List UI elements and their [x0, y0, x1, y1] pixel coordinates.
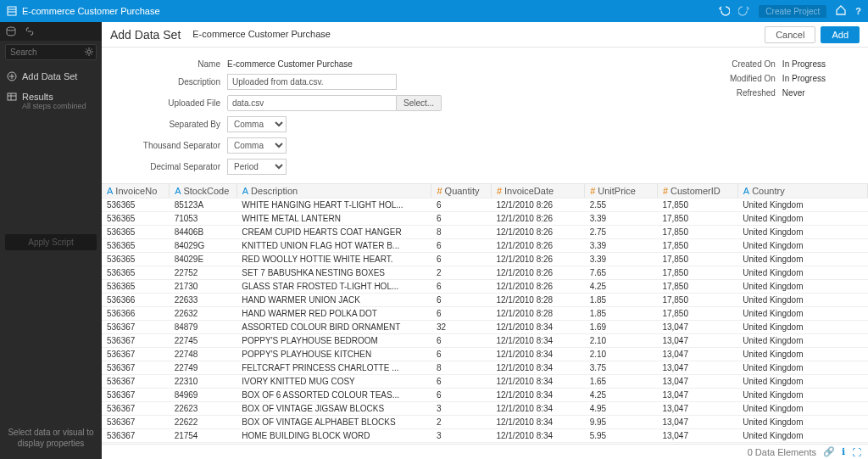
link-panel-icon[interactable]: [24, 25, 36, 37]
table-row[interactable]: 53636784969BOX OF 6 ASSORTED COLOUR TEAS…: [102, 389, 868, 402]
modified-value: In Progress: [782, 74, 826, 83]
table-cell: 536365: [102, 266, 170, 280]
table-row[interactable]: 53636722745POPPY'S PLAYHOUSE BEDROOM612/…: [102, 334, 868, 348]
sidebar-item-results[interactable]: Results All steps combined: [0, 87, 102, 115]
table-cell: United Kingdom: [737, 375, 867, 389]
file-input[interactable]: [227, 95, 397, 111]
description-input[interactable]: [227, 74, 397, 90]
svg-rect-0: [8, 7, 16, 15]
table-cell: 1.65: [585, 375, 658, 389]
decimal-select[interactable]: Period: [227, 159, 287, 175]
column-header[interactable]: #InvoiceDate: [491, 184, 584, 199]
sidebar-item-label: Add Data Set: [22, 71, 77, 81]
home-icon[interactable]: [835, 4, 847, 18]
table-cell: 84029G: [170, 239, 237, 253]
table-cell: 3: [431, 402, 491, 416]
column-header[interactable]: AInvoiceNo: [102, 184, 170, 199]
table-cell: 6: [431, 239, 491, 253]
table-cell: BOX OF VINTAGE JIGSAW BLOCKS: [236, 402, 431, 416]
table-row[interactable]: 53636571053WHITE METAL LANTERN612/1/2010…: [102, 212, 868, 226]
table-cell: 13,047: [657, 416, 737, 429]
table-row[interactable]: 53636722622BOX OF VINTAGE ALPHABET BLOCK…: [102, 416, 868, 429]
table-cell: 22749: [170, 361, 237, 375]
table-cell: 536367: [102, 375, 170, 389]
table-cell: 536367: [102, 429, 170, 443]
table-cell: CREAM CUPID HEARTS COAT HANGER: [236, 226, 431, 239]
help-icon[interactable]: ?: [855, 6, 861, 16]
table-cell: United Kingdom: [737, 389, 867, 402]
table-row[interactable]: 53636722623BOX OF VINTAGE JIGSAW BLOCKS3…: [102, 402, 868, 416]
column-header[interactable]: #CustomerID: [657, 184, 737, 199]
table-cell: 536367: [102, 348, 170, 361]
table-row[interactable]: 53636521730GLASS STAR FROSTED T-LIGHT HO…: [102, 280, 868, 294]
table-cell: 2.10: [585, 348, 658, 361]
table-cell: 6: [431, 199, 491, 212]
table-cell: 22745: [170, 334, 237, 348]
column-header[interactable]: #Quantity: [431, 184, 491, 199]
table-cell: 21730: [170, 280, 237, 294]
table-cell: 12/1/2010 8:34: [491, 402, 584, 416]
expand-icon[interactable]: ⛶: [852, 447, 861, 457]
table-cell: 22752: [170, 266, 237, 280]
table-cell: 17,850: [657, 266, 737, 280]
thousand-select[interactable]: Comma: [227, 137, 287, 154]
separator-label: Separated By: [110, 120, 220, 129]
table-cell: 6: [431, 212, 491, 226]
table-cell: 17,850: [657, 226, 737, 239]
table-cell: 3: [431, 429, 491, 443]
redo-icon[interactable]: [738, 4, 750, 18]
table-row[interactable]: 53636722310IVORY KNITTED MUG COSY612/1/2…: [102, 375, 868, 389]
table-row[interactable]: 53636721754HOME BUILDING BLOCK WORD312/1…: [102, 429, 868, 443]
cancel-button[interactable]: Cancel: [765, 26, 815, 43]
table-row[interactable]: 53636722749FELTCRAFT PRINCESS CHARLOTTE …: [102, 361, 868, 375]
table-cell: United Kingdom: [737, 239, 867, 253]
table-row[interactable]: 53636622632HAND WARMER RED POLKA DOT612/…: [102, 307, 868, 321]
column-header[interactable]: ACountry: [737, 184, 867, 199]
undo-icon[interactable]: [718, 4, 730, 18]
table-row[interactable]: 53636584029GKNITTED UNION FLAG HOT WATER…: [102, 239, 868, 253]
table-cell: 536365: [102, 212, 170, 226]
column-header[interactable]: #UnitPrice: [585, 184, 658, 199]
data-grid[interactable]: AInvoiceNoAStockCodeADescription#Quantit…: [102, 183, 868, 444]
svg-point-3: [7, 27, 15, 31]
table-cell: 13,047: [657, 429, 737, 443]
table-cell: ASSORTED COLOUR BIRD ORNAMENT: [236, 321, 431, 334]
page-header: Add Data Set Cancel Add: [102, 22, 868, 48]
gear-icon[interactable]: [85, 48, 93, 58]
sidebar-item-add-data[interactable]: Add Data Set: [0, 67, 102, 87]
dataset-name-input[interactable]: [191, 26, 615, 42]
info-icon[interactable]: ℹ: [842, 446, 845, 457]
page-icon: [7, 6, 17, 16]
table-cell: 13,047: [657, 389, 737, 402]
table-cell: 17,850: [657, 307, 737, 321]
table-cell: United Kingdom: [737, 348, 867, 361]
table-cell: HAND WARMER UNION JACK: [236, 294, 431, 307]
file-select-button[interactable]: Select...: [397, 95, 442, 111]
table-row[interactable]: 53636584406BCREAM CUPID HEARTS COAT HANG…: [102, 226, 868, 239]
table-cell: HOME BUILDING BLOCK WORD: [236, 429, 431, 443]
table-cell: 6: [431, 280, 491, 294]
column-header[interactable]: AStockCode: [170, 184, 237, 199]
data-elements-count: 0 Data Elements: [748, 447, 816, 457]
table-row[interactable]: 53636522752SET 7 BABUSHKA NESTING BOXES2…: [102, 266, 868, 280]
results-icon: [7, 92, 17, 104]
table-row[interactable]: 53636585123AWHITE HANGING HEART T-LIGHT …: [102, 199, 868, 212]
add-button[interactable]: Add: [821, 26, 860, 43]
table-cell: 5.95: [585, 429, 658, 443]
thousand-label: Thousand Separator: [110, 141, 220, 150]
table-row[interactable]: 53636584029ERED WOOLLY HOTTIE WHITE HEAR…: [102, 253, 868, 266]
data-panel-icon[interactable]: [5, 25, 17, 37]
created-label: Created On: [708, 59, 776, 69]
table-row[interactable]: 53636722748POPPY'S PLAYHOUSE KITCHEN612/…: [102, 348, 868, 361]
separator-select[interactable]: Comma: [227, 116, 287, 132]
column-header[interactable]: ADescription: [236, 184, 431, 199]
table-cell: 12/1/2010 8:28: [491, 294, 584, 307]
table-row[interactable]: 53636622633HAND WARMER UNION JACK612/1/2…: [102, 294, 868, 307]
table-row[interactable]: 53636784879ASSORTED COLOUR BIRD ORNAMENT…: [102, 321, 868, 334]
refreshed-label: Refreshed: [708, 88, 776, 98]
table-cell: WHITE METAL LANTERN: [236, 212, 431, 226]
table-cell: 22748: [170, 348, 237, 361]
link-icon[interactable]: 🔗: [823, 446, 835, 457]
search-input[interactable]: [5, 44, 97, 60]
table-cell: 22310: [170, 375, 237, 389]
